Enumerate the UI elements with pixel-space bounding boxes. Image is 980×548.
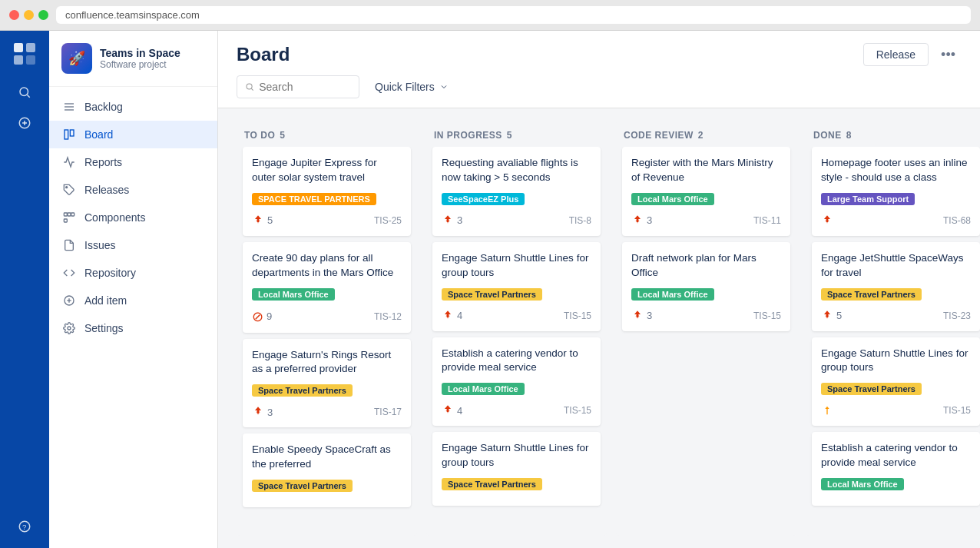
- priority-high-icon: [631, 214, 644, 227]
- card-id: TIS-17: [374, 407, 402, 417]
- card-priority: 3: [631, 214, 652, 227]
- column-title-inprogress: IN PROGRESS: [434, 130, 502, 141]
- priority-count: 3: [647, 214, 652, 226]
- card-footer: TIS-68: [821, 214, 971, 227]
- card-title: Create 90 day plans for all departments …: [252, 251, 402, 281]
- card-priority: 3: [252, 406, 273, 418]
- column-header-codereview: CODE REVIEW 2: [616, 121, 796, 147]
- priority-medium-icon: [821, 404, 833, 417]
- svg-point-16: [66, 187, 68, 188]
- svg-rect-0: [14, 43, 23, 52]
- card-title: Register with the Mars Ministry of Reven…: [631, 156, 781, 185]
- add-sidebar-icon[interactable]: [12, 111, 37, 135]
- card-title: Engage Saturn Shuttle Lines for group to…: [442, 441, 591, 470]
- card-title: Draft network plan for Mars Office: [631, 251, 781, 281]
- card-footer: 3 TIS-15: [631, 310, 781, 322]
- card-tag: Space Travel Partners: [252, 480, 353, 492]
- card-enable-speedy[interactable]: Enable Speedy SpaceCraft as the preferre…: [243, 433, 411, 507]
- card-id: TIS-11: [753, 215, 781, 226]
- search-input[interactable]: [259, 81, 351, 93]
- nav-item-components[interactable]: Components: [49, 204, 217, 231]
- column-header-todo: TO DO 5: [237, 121, 417, 147]
- card-tis-25[interactable]: Engage Jupiter Express for outer solar s…: [243, 147, 411, 236]
- maximize-button[interactable]: [38, 10, 48, 20]
- reports-label: Reports: [84, 156, 122, 168]
- nav-item-reports[interactable]: Reports: [49, 148, 217, 176]
- svg-rect-15: [70, 130, 74, 136]
- repository-label: Repository: [84, 267, 136, 279]
- card-inprog-tis-15a[interactable]: Engage Saturn Shuttle Lines for group to…: [432, 242, 601, 331]
- card-priority: [821, 214, 833, 227]
- priority-high-icon: [252, 214, 264, 227]
- priority-high-icon: [821, 310, 833, 322]
- card-tis-68[interactable]: Homepage footer uses an inline style - s…: [812, 147, 980, 236]
- priority-high-icon: [442, 214, 454, 227]
- card-footer: 3 TIS-11: [631, 214, 781, 227]
- header-actions: Release •••: [863, 43, 962, 66]
- nav-items: Backlog Board Reports: [49, 87, 217, 348]
- card-tag: Local Mars Office: [631, 288, 714, 301]
- close-button[interactable]: [9, 10, 19, 20]
- card-title: Engage Saturn's Rings Resort as a prefer…: [252, 348, 402, 377]
- card-priority: 5: [821, 310, 842, 322]
- card-footer: 3 TIS-8: [442, 214, 591, 227]
- svg-point-24: [68, 327, 71, 330]
- card-tis-12[interactable]: Create 90 day plans for all departments …: [243, 242, 411, 333]
- svg-rect-19: [68, 213, 71, 216]
- minimize-button[interactable]: [24, 10, 34, 20]
- nav-item-board[interactable]: Board: [49, 121, 217, 148]
- column-title-todo: TO DO: [244, 130, 275, 141]
- nav-item-add-item[interactable]: Add item: [49, 287, 217, 314]
- card-id: TIS-15: [943, 405, 971, 416]
- card-tis-15-review[interactable]: Draft network plan for Mars Office Local…: [622, 242, 790, 331]
- nav-item-releases[interactable]: Releases: [49, 176, 217, 204]
- card-tis-11[interactable]: Register with the Mars Ministry of Reven…: [622, 147, 790, 236]
- card-tag: Large Team Support: [821, 193, 915, 205]
- card-done-saturn[interactable]: Engage Saturn Shuttle Lines for group to…: [812, 337, 980, 427]
- nav-item-repository[interactable]: Repository: [49, 259, 217, 287]
- help-sidebar-icon[interactable]: ?: [12, 514, 37, 539]
- card-id: TIS-15: [753, 311, 781, 321]
- card-id: TIS-15: [564, 405, 591, 416]
- card-footer: ⊘ 9 TIS-12: [252, 310, 402, 324]
- nav-item-issues[interactable]: Issues: [49, 231, 217, 259]
- card-footer: 4 TIS-15: [442, 310, 591, 322]
- more-options-button[interactable]: •••: [935, 44, 962, 66]
- svg-rect-1: [26, 43, 35, 52]
- release-button[interactable]: Release: [863, 43, 929, 66]
- quick-filters-label: Quick Filters: [375, 81, 435, 93]
- card-title: Engage Saturn Shuttle Lines for group to…: [821, 347, 971, 376]
- releases-icon: [61, 182, 77, 198]
- card-inprog-saturn2[interactable]: Engage Saturn Shuttle Lines for group to…: [432, 432, 601, 506]
- issues-label: Issues: [84, 239, 115, 251]
- card-tis-8[interactable]: Requesting avaliable flights is now taki…: [432, 147, 601, 236]
- svg-point-4: [20, 88, 28, 96]
- settings-icon: [61, 320, 77, 336]
- quick-filters-button[interactable]: Quick Filters: [369, 76, 455, 98]
- card-inprog-tis-15b[interactable]: Establish a catering vendor to provide m…: [432, 337, 601, 427]
- sidebar: ?: [0, 31, 49, 548]
- nav-item-settings[interactable]: Settings: [49, 314, 217, 342]
- card-done-catering[interactable]: Establish a catering vendor to provide m…: [812, 432, 980, 506]
- board-container: TO DO 5 Engage Jupiter Express for outer…: [218, 108, 980, 548]
- app-layout: ? 🚀 Teams in Space Software project Back…: [0, 31, 980, 548]
- chevron-down-icon: [439, 82, 449, 91]
- search-box[interactable]: [237, 75, 359, 98]
- priority-count: 5: [267, 214, 273, 226]
- priority-high-icon: [821, 214, 833, 227]
- svg-rect-14: [65, 130, 68, 139]
- column-header-done: DONE 8: [806, 121, 980, 147]
- card-tag: Local Mars Office: [821, 478, 904, 490]
- search-sidebar-icon[interactable]: [12, 80, 37, 105]
- reports-icon: [61, 154, 77, 170]
- card-tis-23[interactable]: Engage JetShuttle SpaceWays for travel S…: [812, 242, 980, 331]
- app-logo[interactable]: [11, 40, 38, 68]
- card-tag: Space Travel Partners: [442, 478, 542, 490]
- card-tis-17[interactable]: Engage Saturn's Rings Resort as a prefer…: [243, 339, 411, 428]
- svg-rect-17: [64, 213, 67, 216]
- card-priority: 4: [442, 404, 462, 417]
- svg-point-25: [247, 84, 252, 89]
- nav-item-backlog[interactable]: Backlog: [49, 93, 217, 121]
- column-inprogress: IN PROGRESS 5 Requesting avaliable fligh…: [426, 121, 607, 536]
- address-bar[interactable]: confluence.teamsinspace.com: [56, 6, 971, 24]
